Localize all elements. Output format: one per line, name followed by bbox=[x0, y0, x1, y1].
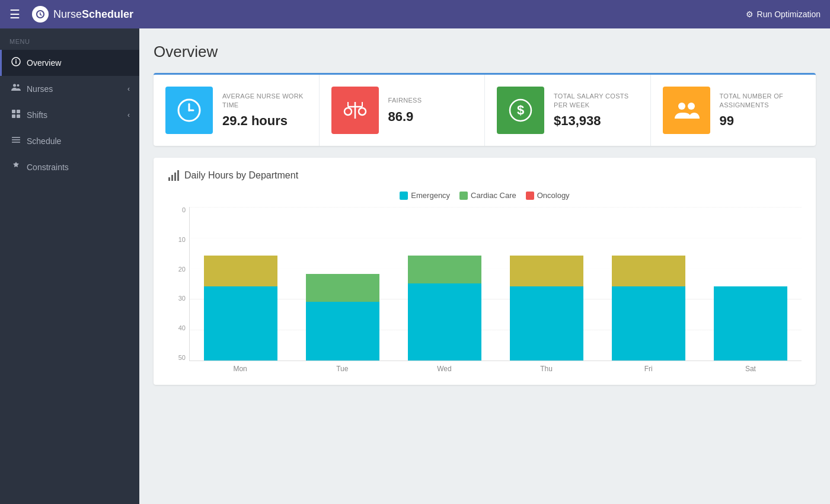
sidebar-item-overview[interactable]: Overview bbox=[0, 50, 139, 76]
legend-oncology: Oncology bbox=[526, 191, 570, 200]
legend-emergency: Emergency bbox=[400, 191, 450, 200]
stat-fairness: FAIRNESS 86.9 bbox=[320, 75, 486, 146]
assignments-value: 99 bbox=[720, 113, 805, 129]
bar-group-sat bbox=[700, 207, 802, 361]
x-label-thu: Thu bbox=[496, 365, 598, 373]
app-header: ☰ NurseScheduler ⚙ Run Optimization bbox=[0, 0, 830, 28]
svg-rect-11 bbox=[12, 142, 20, 143]
bar-emergency bbox=[408, 283, 481, 361]
salary-value: $13,938 bbox=[554, 113, 639, 129]
sidebar-item-label: Shifts bbox=[27, 110, 47, 120]
app-logo: NurseScheduler bbox=[32, 6, 133, 23]
stat-salary: $ TOTAL SALARY COSTS PER WEEK $13,938 bbox=[485, 75, 651, 146]
salary-text: TOTAL SALARY COSTS PER WEEK $13,938 bbox=[554, 92, 639, 129]
y-label: 0 bbox=[168, 207, 189, 213]
svg-rect-25 bbox=[168, 177, 170, 181]
svg-point-17 bbox=[344, 108, 352, 115]
bar-group-fri bbox=[598, 207, 700, 361]
chart-section: Daily Hours by Department Emergency Card… bbox=[154, 158, 816, 385]
bar-emergency bbox=[306, 302, 379, 361]
run-optimization-button[interactable]: ⚙ Run Optimization bbox=[746, 9, 821, 19]
bar-oncology bbox=[510, 256, 583, 286]
legend-dot-emergency bbox=[400, 192, 408, 200]
avg-work-time-icon-box bbox=[165, 87, 213, 134]
brand-name: NurseScheduler bbox=[53, 8, 133, 21]
x-label-tue: Tue bbox=[291, 365, 393, 373]
y-axis: 50 40 30 20 10 0 bbox=[168, 207, 189, 361]
salary-icon-box: $ bbox=[497, 87, 544, 134]
bars-area bbox=[189, 207, 802, 361]
svg-rect-7 bbox=[12, 114, 15, 118]
svg-point-24 bbox=[688, 103, 695, 110]
sidebar-item-label: Overview bbox=[27, 58, 61, 68]
info-icon bbox=[11, 57, 21, 69]
sidebar-item-label: Schedule bbox=[27, 136, 61, 146]
fairness-value: 86.9 bbox=[388, 109, 422, 125]
assignments-label: TOTAL NUMBER OF ASSIGNMENTS bbox=[720, 92, 805, 110]
main-content: Overview AVERAGE NURSE WORK TIME 29.2 ho… bbox=[139, 28, 830, 504]
chart-title: Daily Hours by Department bbox=[168, 170, 802, 181]
bar-stack-wed bbox=[408, 256, 481, 361]
svg-rect-6 bbox=[17, 110, 20, 113]
bar-stack-sat bbox=[714, 286, 787, 361]
svg-rect-2 bbox=[15, 59, 17, 60]
x-label-sat: Sat bbox=[700, 365, 802, 373]
legend-dot-cardiac bbox=[459, 192, 468, 200]
fairness-icon-box bbox=[331, 87, 379, 134]
bar-emergency bbox=[714, 286, 787, 361]
bar-stack-thu bbox=[510, 256, 583, 361]
constraints-icon bbox=[11, 161, 21, 173]
sidebar-item-label: Nurses bbox=[27, 84, 53, 94]
bar-cardiac bbox=[408, 256, 481, 283]
y-label: 20 bbox=[168, 266, 189, 273]
bar-group-mon bbox=[190, 207, 292, 361]
sidebar-item-shifts[interactable]: Shifts ‹ bbox=[0, 102, 139, 128]
chevron-icon: ‹ bbox=[127, 85, 130, 93]
fairness-text: FAIRNESS 86.9 bbox=[388, 96, 422, 124]
svg-rect-28 bbox=[177, 170, 179, 181]
bar-emergency bbox=[204, 286, 277, 361]
menu-button[interactable]: ☰ bbox=[9, 7, 20, 21]
svg-rect-14 bbox=[189, 110, 194, 111]
stats-row: AVERAGE NURSE WORK TIME 29.2 hours bbox=[154, 73, 816, 146]
x-label-wed: Wed bbox=[393, 365, 495, 373]
schedule-icon bbox=[11, 135, 21, 147]
sidebar: Menu Overview Nurses ‹ bbox=[0, 28, 139, 504]
gear-icon: ⚙ bbox=[746, 9, 754, 19]
svg-rect-9 bbox=[12, 137, 20, 138]
y-label: 50 bbox=[168, 355, 189, 361]
sidebar-item-schedule[interactable]: Schedule bbox=[0, 128, 139, 154]
bar-oncology bbox=[204, 256, 277, 286]
x-label-fri: Fri bbox=[598, 365, 700, 373]
bar-emergency bbox=[510, 286, 583, 361]
sidebar-item-constraints[interactable]: Constraints bbox=[0, 154, 139, 180]
bar-stack-mon bbox=[204, 256, 277, 361]
y-label: 40 bbox=[168, 325, 189, 331]
sidebar-menu-label: Menu bbox=[0, 28, 139, 50]
stat-assignments: TOTAL NUMBER OF ASSIGNMENTS 99 bbox=[651, 75, 816, 146]
x-label-mon: Mon bbox=[189, 365, 291, 373]
legend-cardiac: Cardiac Care bbox=[459, 191, 516, 200]
bar-emergency bbox=[612, 286, 685, 361]
logo-icon bbox=[32, 6, 49, 23]
chart-legend: Emergency Cardiac Care Oncology bbox=[168, 191, 802, 200]
chart-bar-icon bbox=[168, 170, 180, 181]
bar-oncology bbox=[612, 256, 685, 286]
bar-group-tue bbox=[292, 207, 394, 361]
svg-text:$: $ bbox=[517, 103, 524, 117]
sidebar-item-nurses[interactable]: Nurses ‹ bbox=[0, 76, 139, 102]
svg-rect-27 bbox=[174, 173, 176, 181]
svg-point-23 bbox=[678, 103, 685, 110]
fairness-label: FAIRNESS bbox=[388, 96, 422, 105]
y-label: 30 bbox=[168, 295, 189, 302]
svg-point-18 bbox=[359, 108, 366, 115]
svg-point-4 bbox=[17, 84, 20, 87]
bar-group-thu bbox=[496, 207, 598, 361]
svg-rect-26 bbox=[171, 175, 173, 181]
bar-stack-tue bbox=[306, 274, 379, 361]
bar-stack-fri bbox=[612, 256, 685, 361]
assignments-text: TOTAL NUMBER OF ASSIGNMENTS 99 bbox=[720, 92, 805, 129]
svg-rect-1 bbox=[15, 61, 17, 64]
shifts-icon bbox=[11, 109, 21, 121]
salary-label: TOTAL SALARY COSTS PER WEEK bbox=[554, 92, 639, 110]
